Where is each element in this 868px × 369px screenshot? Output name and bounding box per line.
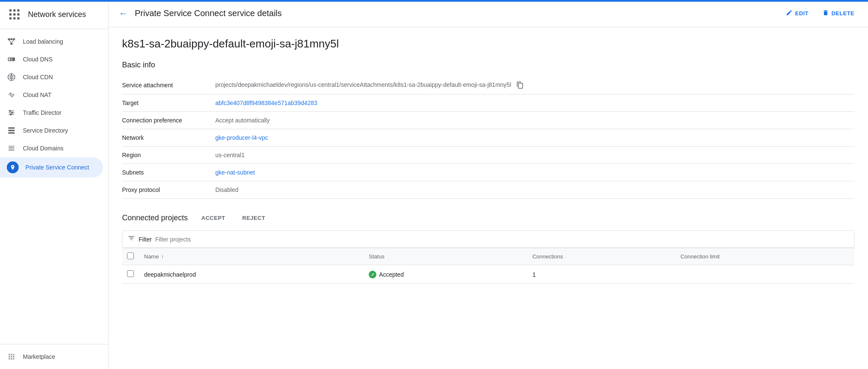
svg-rect-7 bbox=[13, 17, 15, 19]
sort-icon[interactable]: ↑ bbox=[161, 254, 164, 260]
sidebar-nav: Load balancing Cloud DNS Cloud CDN Cloud… bbox=[0, 29, 108, 344]
sidebar-item-label: Load balancing bbox=[23, 38, 63, 45]
top-bar: ← Private Service Connect service detail… bbox=[108, 0, 868, 27]
project-name: deepakmichaelprod bbox=[139, 265, 364, 284]
svg-point-27 bbox=[10, 114, 11, 115]
network-row: Network gke-producer-l4-vpc bbox=[122, 129, 854, 147]
sidebar-footer: Marketplace bbox=[0, 344, 108, 369]
svg-rect-8 bbox=[17, 17, 19, 19]
proxy-protocol-row: Proxy protocol Disabled bbox=[122, 181, 854, 199]
service-directory-icon bbox=[7, 126, 16, 135]
cloud-domains-icon bbox=[7, 144, 16, 153]
svg-rect-10 bbox=[11, 39, 13, 40]
reject-button[interactable]: REJECT bbox=[239, 212, 269, 224]
network-label: Network bbox=[122, 129, 215, 147]
svg-rect-9 bbox=[8, 39, 10, 40]
sidebar-item-cloud-nat[interactable]: Cloud NAT bbox=[0, 86, 103, 104]
top-bar-actions: EDIT DELETE bbox=[782, 7, 858, 20]
delete-button[interactable]: DELETE bbox=[819, 7, 858, 20]
sidebar-item-cloud-dns[interactable]: Cloud DNS bbox=[0, 50, 103, 68]
filter-bar: Filter bbox=[122, 230, 854, 248]
target-row: Target abfc3e407d8f9498384e571ab39d4283 bbox=[122, 94, 854, 112]
cloud-dns-icon bbox=[7, 55, 16, 64]
edit-button[interactable]: EDIT bbox=[782, 7, 812, 20]
sidebar-item-cloud-domains[interactable]: Cloud Domains bbox=[0, 139, 103, 157]
sidebar-item-cloud-cdn[interactable]: Cloud CDN bbox=[0, 68, 103, 86]
select-all-checkbox[interactable] bbox=[127, 252, 134, 259]
subnets-label: Subnets bbox=[122, 164, 215, 181]
projects-table: Name ↑ Status Connections Connection lim… bbox=[122, 248, 854, 284]
traffic-director-icon bbox=[7, 108, 16, 117]
svg-rect-2 bbox=[17, 9, 19, 11]
project-status: Accepted bbox=[364, 265, 527, 284]
basic-info-table: Service attachment projects/deepakmichae… bbox=[122, 76, 854, 199]
sidebar-item-label: Marketplace bbox=[23, 353, 55, 360]
network-link[interactable]: gke-producer-l4-vpc bbox=[215, 134, 268, 141]
main-content: ← Private Service Connect service detail… bbox=[108, 0, 868, 369]
svg-rect-30 bbox=[8, 132, 15, 133]
service-attachment-label: Service attachment bbox=[122, 76, 215, 94]
svg-rect-0 bbox=[9, 9, 11, 11]
sidebar-item-label: Service Directory bbox=[23, 127, 68, 134]
connection-preference-row: Connection preference Accept automatical… bbox=[122, 112, 854, 129]
content-area: k8s1-sa-2buaippy-default-emoji-sa-j81mny… bbox=[108, 27, 868, 369]
column-connections: Connections bbox=[527, 248, 675, 265]
sidebar-item-load-balancing[interactable]: Load balancing bbox=[0, 33, 103, 50]
load-balancing-icon bbox=[7, 37, 16, 46]
connected-projects-header: Connected projects ACCEPT REJECT bbox=[122, 212, 854, 224]
filter-label: Filter bbox=[139, 236, 152, 243]
svg-rect-4 bbox=[13, 13, 15, 15]
subnets-row: Subnets gke-nat-subnet bbox=[122, 164, 854, 181]
svg-rect-5 bbox=[17, 13, 19, 15]
column-status: Status bbox=[364, 248, 527, 265]
delete-icon bbox=[822, 9, 829, 17]
project-connections: 1 bbox=[527, 265, 675, 284]
svg-point-25 bbox=[9, 110, 11, 111]
header-checkbox-cell bbox=[122, 248, 139, 265]
sidebar-item-label: Private Service Connect bbox=[25, 164, 89, 171]
svg-point-26 bbox=[11, 112, 13, 113]
sidebar-item-label: Cloud Domains bbox=[23, 145, 64, 152]
filter-icon bbox=[128, 234, 135, 244]
connected-projects-title: Connected projects bbox=[122, 214, 188, 222]
copy-button[interactable] bbox=[516, 81, 524, 89]
row-checkbox-cell bbox=[122, 265, 139, 284]
delete-label: DELETE bbox=[832, 10, 854, 17]
region-value: us-central1 bbox=[215, 147, 854, 164]
sidebar-title: Network services bbox=[28, 10, 86, 19]
accept-button[interactable]: ACCEPT bbox=[198, 212, 228, 224]
cloud-cdn-icon bbox=[7, 72, 16, 82]
connection-preference-value: Accept automatically bbox=[215, 112, 854, 129]
page-title: Private Service Connect service details bbox=[135, 8, 776, 18]
sidebar-item-traffic-director[interactable]: Traffic Director bbox=[0, 104, 103, 122]
sidebar: Network services Load balancing Cloud DN… bbox=[0, 0, 108, 369]
region-label: Region bbox=[122, 147, 215, 164]
svg-rect-28 bbox=[8, 128, 15, 129]
accepted-icon bbox=[369, 271, 376, 278]
target-value: abfc3e407d8f9498384e571ab39d4283 bbox=[215, 94, 854, 112]
subnets-value: gke-nat-subnet bbox=[215, 164, 854, 181]
back-button[interactable]: ← bbox=[119, 8, 128, 19]
svg-rect-3 bbox=[9, 13, 11, 15]
service-attachment-value: projects/deepakmichaeldev/regions/us-cen… bbox=[215, 76, 854, 94]
network-services-icon bbox=[7, 7, 22, 22]
project-connection-limit bbox=[675, 265, 854, 284]
sidebar-item-private-service-connect[interactable]: Private Service Connect bbox=[0, 157, 103, 178]
row-checkbox[interactable] bbox=[127, 270, 134, 277]
filter-input[interactable] bbox=[155, 236, 849, 243]
subnets-link[interactable]: gke-nat-subnet bbox=[215, 169, 255, 176]
connection-preference-label: Connection preference bbox=[122, 112, 215, 129]
target-link[interactable]: abfc3e407d8f9498384e571ab39d4283 bbox=[215, 100, 317, 106]
basic-info-title: Basic info bbox=[122, 61, 854, 69]
service-attachment-row: Service attachment projects/deepakmichae… bbox=[122, 76, 854, 94]
marketplace-icon bbox=[7, 352, 16, 361]
edit-label: EDIT bbox=[795, 10, 809, 17]
svg-rect-16 bbox=[8, 58, 10, 61]
private-service-connect-icon bbox=[7, 161, 19, 173]
sidebar-item-service-directory[interactable]: Service Directory bbox=[0, 122, 103, 139]
cloud-nat-icon bbox=[7, 90, 16, 100]
network-value: gke-producer-l4-vpc bbox=[215, 129, 854, 147]
sidebar-item-marketplace[interactable]: Marketplace bbox=[0, 348, 103, 366]
region-row: Region us-central1 bbox=[122, 147, 854, 164]
svg-rect-6 bbox=[9, 17, 11, 19]
